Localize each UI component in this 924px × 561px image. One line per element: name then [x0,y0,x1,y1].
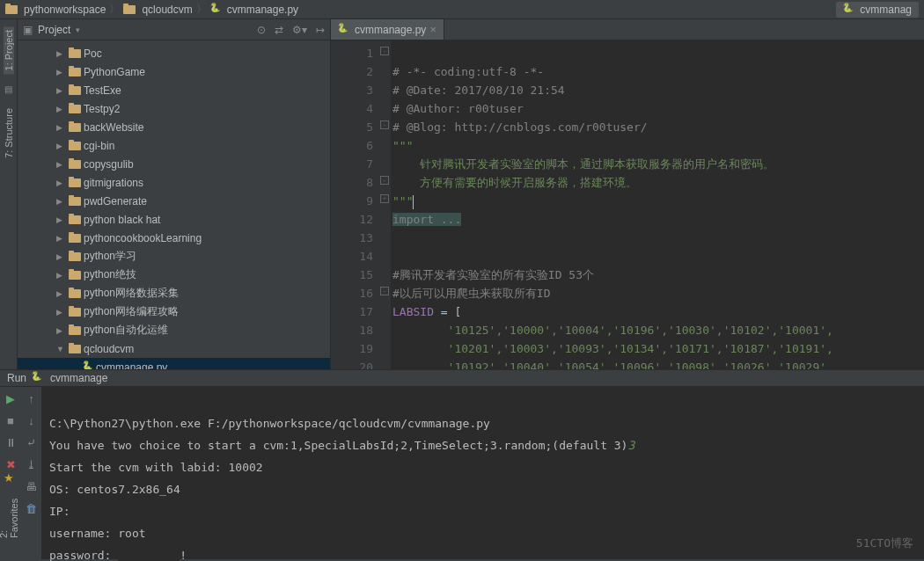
run-toolwindow-header[interactable]: Run cvmmanage [0,369,924,387]
rail-project[interactable]: 1: Project [4,26,14,74]
run-panel: ▶ ■ ⏸ ✖ ↑ ↓ ⤶ ⤓ 🖶 🗑 C:\Python27\python.e… [0,387,924,559]
rerun-icon[interactable]: ▶ [6,392,15,405]
scroll-end-icon[interactable]: ⤓ [26,458,36,471]
folder-icon [69,308,81,317]
tree-folder[interactable]: ▶python学习 [18,247,330,266]
tree-folder[interactable]: ▶python自动化运维 [18,321,330,339]
run-config-selector[interactable]: cvmmanag [836,2,919,18]
breadcrumb-bar: pythonworkspace 〉 qcloudcvm 〉 cvmmanage.… [0,0,924,19]
folder-icon [5,5,18,14]
editor-tabs: cvmmanage.py × [331,19,924,40]
close-icon[interactable]: ✖ [6,458,16,471]
folder-icon [69,345,81,353]
fold-marker[interactable]: - [380,287,389,295]
rail-favorites[interactable]: 2: Favorites [0,490,19,542]
folder-icon [69,197,81,206]
tree-folder[interactable]: ▶backWebsite [18,118,330,136]
tree-folder[interactable]: ▶pythoncookbookLearning [18,229,330,247]
folder-icon [69,68,81,76]
tree-folder[interactable]: ▶cgi-bin [18,136,330,155]
tree-folder[interactable]: ▶copysgulib [18,155,330,173]
soft-wrap-icon[interactable]: ⤶ [26,436,36,449]
folder-icon [69,86,81,95]
up-icon[interactable]: ↑ [28,392,34,405]
folder-icon [69,326,81,335]
project-panel: ▣ Project ▾ ⊙ ⇄ ⚙▾ ↦ ▶Poc▶PythonGame▶Tes… [18,19,331,369]
scroll-from-source-icon[interactable]: ⇄ [275,24,283,36]
tree-folder[interactable]: ▶pwdGenerate [18,192,330,210]
chevron-right-icon: 〉 [109,2,120,17]
project-view-icon: ▣ [23,24,33,36]
crumb-file[interactable]: cvmmanage.py [227,4,298,16]
fold-column[interactable]: - - - + - [378,40,391,369]
pause-icon[interactable]: ⏸ [5,436,17,449]
crumb-folder[interactable]: qcloudcvm [142,4,192,16]
run-config-name: cvmmanage [50,372,107,384]
console-tools: ↑ ↓ ⤶ ⤓ 🖶 🗑 [21,387,42,559]
fold-marker[interactable]: - [380,176,389,185]
rail-structure[interactable]: 7: Structure [4,105,14,162]
tree-file[interactable]: cvmmanage.py [18,358,330,369]
tree-folder[interactable]: ▶python black hat [18,210,330,229]
tree-folder[interactable]: ▶TestExe [18,81,330,99]
tree-folder[interactable]: ▶gitmigrations [18,173,330,192]
stop-icon[interactable]: ■ [7,414,14,427]
project-tree[interactable]: ▶Poc▶PythonGame▶TestExe▶Testpy2▶backWebs… [18,40,330,369]
python-file-icon [32,373,42,383]
folder-icon [69,123,81,132]
folder-icon [69,178,81,187]
structure-icon: ▤ [4,84,12,94]
editor-panel: cvmmanage.py × 1234567891213141516171819… [331,19,924,369]
watermark: 51CTO博客 [856,532,913,554]
python-file-icon [843,4,854,15]
project-title[interactable]: Project [38,24,70,36]
line-gutter[interactable]: 123456789121314151617181920 [331,40,378,369]
folder-icon [69,160,81,169]
folder-icon [69,215,81,224]
folder-icon [69,234,81,243]
python-file-icon [83,362,93,370]
folder-icon [69,142,81,150]
folder-icon [69,289,81,298]
folder-icon [69,105,81,113]
gear-icon[interactable]: ⚙▾ [292,24,307,36]
left-tool-rail: 1: Project ▤ 7: Structure [0,19,18,369]
fold-marker[interactable]: - [380,120,389,129]
tree-folder[interactable]: ▶Testpy2 [18,99,330,118]
crumb-root[interactable]: pythonworkspace [24,4,106,16]
tree-folder[interactable]: ▶python网络编程攻略 [18,302,330,321]
tree-folder[interactable]: ▶PythonGame [18,62,330,81]
folder-icon [69,49,81,58]
fold-marker[interactable]: + [380,194,389,203]
folder-icon [123,5,136,14]
code-editor[interactable]: # -*- coding:utf-8 -*- # @Date: 2017/08/… [391,40,924,369]
python-file-icon [338,25,348,35]
print-icon[interactable]: 🖶 [26,480,37,493]
tree-folder[interactable]: ▶python网络数据采集 [18,284,330,302]
tree-folder[interactable]: ▶python绝技 [18,266,330,284]
run-label: Run [7,372,26,384]
console-output[interactable]: C:\Python27\python.exe F:/pythonworkspac… [42,387,924,559]
editor-tab[interactable]: cvmmanage.py × [331,19,444,40]
folder-icon [69,252,81,261]
clear-icon[interactable]: 🗑 [26,502,37,515]
close-tab-icon[interactable]: × [429,23,436,36]
chevron-right-icon: 〉 [196,2,207,17]
collapse-all-icon[interactable]: ⊙ [257,24,266,36]
tree-folder[interactable]: ▶Poc [18,44,330,62]
tree-folder[interactable]: ▼qcloudcvm [18,339,330,358]
folder-icon [69,271,81,280]
chevron-down-icon[interactable]: ▾ [76,26,80,34]
hide-icon[interactable]: ↦ [316,24,325,36]
fold-marker[interactable]: - [380,47,389,55]
down-icon[interactable]: ↓ [28,414,34,427]
python-file-icon [210,4,221,15]
star-icon: ★ [4,471,14,484]
